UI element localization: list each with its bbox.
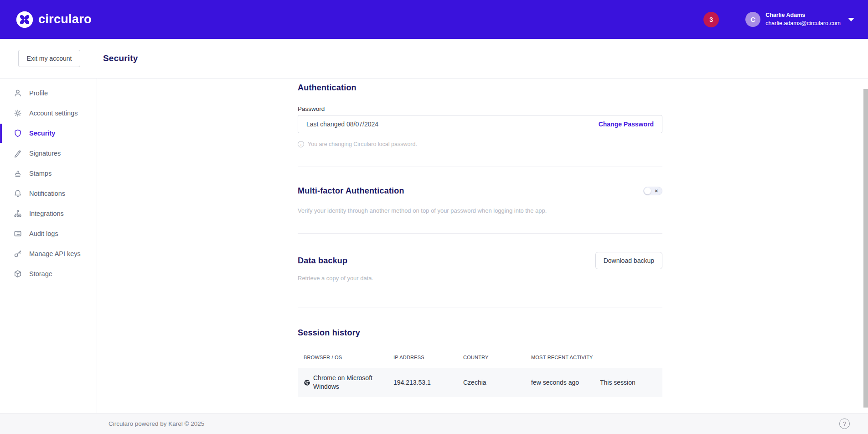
circularo-logo-icon	[16, 11, 33, 28]
password-label: Password	[298, 105, 662, 112]
password-field[interactable]: Last changed 08/07/2024 Change Password	[298, 115, 662, 133]
key-icon	[13, 249, 22, 258]
chrome-icon	[304, 379, 310, 386]
list-icon	[13, 229, 22, 238]
sidebar-item-integrations[interactable]: Integrations	[0, 204, 97, 224]
change-password-link[interactable]: Change Password	[599, 120, 654, 128]
help-icon[interactable]: ?	[839, 418, 850, 429]
stamp-icon	[13, 169, 22, 178]
user-name: Charlie Adams	[765, 11, 841, 20]
sidebar-item-label: Account settings	[29, 110, 78, 117]
sidebar-item-label: Security	[29, 130, 55, 137]
bell-icon	[13, 189, 22, 198]
backup-section-title: Data backup	[298, 256, 347, 266]
sidebar-item-audit-logs[interactable]: Audit logs	[0, 224, 97, 244]
avatar: C	[745, 12, 760, 27]
sidebar-item-label: Stamps	[29, 170, 52, 177]
ip-cell: 194.213.53.1	[393, 379, 463, 386]
user-icon	[13, 89, 22, 98]
box-icon	[13, 269, 22, 278]
footer: Circularo powered by Karel © 2025 ?	[0, 413, 868, 434]
sidebar: Profile Account settings Security Signat…	[0, 78, 97, 413]
page-header: Exit my account Security	[0, 39, 868, 78]
gear-icon	[13, 109, 22, 118]
brand-logo[interactable]: circularo	[16, 11, 92, 28]
column-header: IP ADDRESS	[393, 354, 463, 361]
mfa-toggle[interactable]: ✕	[643, 187, 662, 195]
backup-description: Retrieve a copy of your data.	[298, 275, 662, 282]
top-bar: circularo 3 C Charlie Adams charlie.adam…	[0, 0, 868, 39]
user-email: charlie.adams@circularo.com	[765, 20, 841, 28]
main-content: Authentication Password Last changed 08/…	[97, 78, 868, 413]
sidebar-item-signatures[interactable]: Signatures	[0, 143, 97, 163]
section-divider	[298, 308, 662, 308]
page-title: Security	[103, 53, 138, 63]
footer-text: Circularo powered by Karel © 2025	[108, 420, 204, 427]
sidebar-item-account-settings[interactable]: Account settings	[0, 103, 97, 123]
table-row: Chrome on Microsoft Windows 194.213.53.1…	[298, 368, 662, 397]
sidebar-item-manage-api-keys[interactable]: Manage API keys	[0, 244, 97, 264]
column-header: BROWSER / OS	[304, 354, 393, 361]
country-cell: Czechia	[463, 379, 531, 386]
toggle-off-x-icon: ✕	[655, 189, 658, 193]
password-info-text: You are changing Circularo local passwor…	[308, 141, 417, 147]
shield-icon	[13, 129, 22, 138]
session-history-table: BROWSER / OS IP ADDRESS COUNTRY MOST REC…	[298, 348, 662, 397]
toggle-knob	[644, 188, 651, 194]
authentication-section-title: Authentication	[298, 78, 662, 93]
sidebar-item-label: Integrations	[29, 210, 64, 217]
brand-name: circularo	[38, 12, 92, 26]
sidebar-item-notifications[interactable]: Notifications	[0, 183, 97, 204]
sidebar-item-security[interactable]: Security	[0, 123, 97, 143]
activity-cell: few seconds ago	[531, 379, 600, 386]
sidebar-item-stamps[interactable]: Stamps	[0, 163, 97, 183]
section-divider	[298, 233, 662, 234]
table-header-row: BROWSER / OS IP ADDRESS COUNTRY MOST REC…	[298, 348, 662, 368]
vertical-scrollbar[interactable]	[863, 89, 868, 408]
notification-badge[interactable]: 3	[703, 12, 719, 27]
sidebar-item-label: Storage	[29, 270, 52, 277]
browser-cell: Chrome on Microsoft Windows	[313, 374, 380, 391]
sidebar-item-label: Signatures	[29, 150, 61, 157]
sidebar-item-profile[interactable]: Profile	[0, 83, 97, 103]
info-icon: i	[298, 141, 304, 147]
sidebar-item-label: Manage API keys	[29, 250, 81, 257]
password-value: Last changed 08/07/2024	[306, 120, 378, 128]
column-header: COUNTRY	[463, 354, 531, 361]
sidebar-item-label: Profile	[29, 89, 48, 97]
sidebar-item-label: Notifications	[29, 190, 65, 197]
user-menu[interactable]: C Charlie Adams charlie.adams@circularo.…	[745, 11, 854, 27]
sidebar-item-label: Audit logs	[29, 230, 58, 237]
exit-account-button[interactable]: Exit my account	[18, 50, 80, 67]
hierarchy-icon	[13, 209, 22, 218]
section-divider	[298, 167, 662, 167]
mfa-section-title: Multi-factor Authentication	[298, 186, 404, 196]
sessions-section-title: Session history	[298, 328, 662, 338]
chevron-down-icon	[848, 18, 854, 21]
pen-icon	[13, 149, 22, 158]
session-cell: This session	[600, 379, 662, 386]
column-header: MOST RECENT ACTIVITY	[531, 354, 600, 361]
sidebar-item-storage[interactable]: Storage	[0, 264, 97, 284]
download-backup-button[interactable]: Download backup	[595, 252, 662, 269]
mfa-description: Verify your identity through another met…	[298, 207, 662, 214]
